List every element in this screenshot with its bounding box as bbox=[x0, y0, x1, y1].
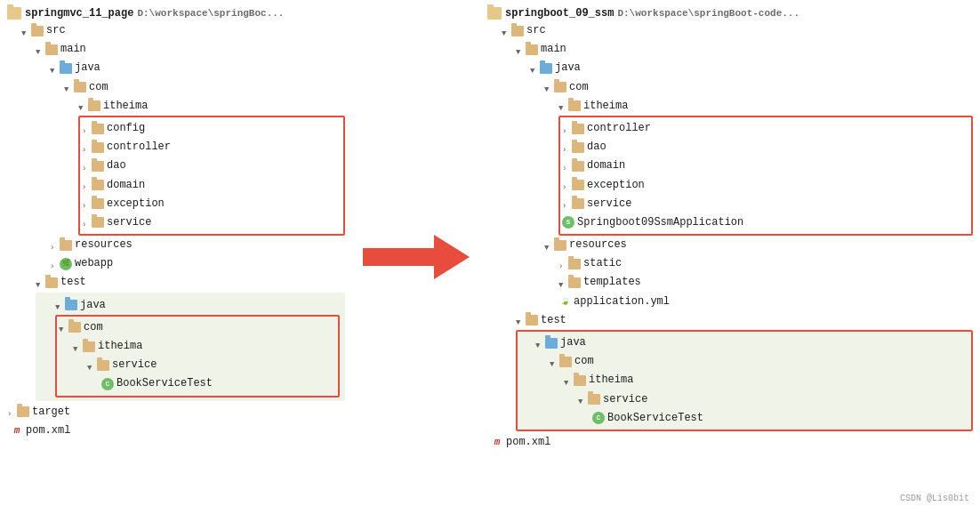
right-com-level: ▼ com ▼ itheima bbox=[530, 78, 973, 237]
resources-chevron: › bbox=[50, 242, 57, 249]
right-resources-item[interactable]: ▼ resources bbox=[544, 236, 973, 254]
right-book-service-test-label: BookServiceTest bbox=[607, 410, 703, 427]
exception-label: exception bbox=[107, 196, 165, 213]
left-service-item[interactable]: › service bbox=[82, 213, 341, 232]
config-label: config bbox=[107, 120, 145, 137]
left-pom-item[interactable]: m pom.xml bbox=[11, 422, 345, 440]
left-tree-src-level: ▼ src ▼ main ▼ java bbox=[7, 21, 345, 401]
com-label: com bbox=[89, 79, 108, 96]
right-src-folder-icon bbox=[511, 26, 524, 36]
left-test-itheima-item[interactable]: ▼ itheima bbox=[73, 337, 336, 356]
right-main-level: ▼ main ▼ java ▼ bbox=[502, 40, 973, 311]
right-static-chevron: › bbox=[558, 261, 566, 268]
left-com-item[interactable]: ▼ com bbox=[64, 78, 345, 97]
right-static-item[interactable]: › static bbox=[558, 254, 973, 273]
target-label: target bbox=[32, 404, 70, 421]
right-test-service-item[interactable]: ▼ service bbox=[578, 390, 968, 409]
right-pom-item[interactable]: m pom.xml bbox=[491, 433, 973, 452]
right-main-item[interactable]: ▼ main bbox=[516, 40, 973, 59]
right-java-item[interactable]: ▼ java bbox=[530, 59, 973, 77]
right-test-item[interactable]: ▼ test bbox=[516, 311, 973, 330]
left-itheima-level: ▼ itheima › config bbox=[64, 97, 345, 236]
right-test-itheima-item[interactable]: ▼ itheima bbox=[564, 371, 968, 390]
main-folder-icon bbox=[45, 44, 58, 55]
left-test-bookservice-level: C BookServiceTest bbox=[87, 374, 336, 393]
left-test-com-box: ▼ com ▼ itheima bbox=[55, 315, 340, 398]
left-main-item[interactable]: ▼ main bbox=[36, 40, 345, 59]
right-test-com-item[interactable]: ▼ com bbox=[550, 352, 968, 371]
config-chevron: › bbox=[82, 125, 89, 133]
right-resources-level: ▼ resources › static ▼ bbox=[530, 236, 973, 311]
springboot-app-icon: S bbox=[562, 216, 574, 229]
left-exception-item[interactable]: › exception bbox=[82, 195, 341, 213]
left-target-item[interactable]: › target bbox=[7, 403, 345, 422]
test-service-label: service bbox=[112, 357, 157, 373]
left-test-java-item[interactable]: ▼ java bbox=[55, 296, 340, 315]
left-project-name: springmvc_11_page bbox=[25, 7, 133, 20]
right-java-chevron: ▼ bbox=[530, 65, 537, 72]
right-domain-chevron: › bbox=[562, 163, 569, 170]
resources-folder-icon bbox=[60, 240, 72, 251]
book-service-test-icon: C bbox=[101, 378, 114, 390]
right-panel: springboot_09_ssm D:\workspace\springBoo… bbox=[487, 7, 973, 507]
left-java-item[interactable]: ▼ java bbox=[50, 59, 345, 77]
right-static-label: static bbox=[583, 255, 622, 272]
controller-folder-icon bbox=[92, 142, 104, 153]
right-src-label: src bbox=[526, 22, 546, 39]
right-domain-item[interactable]: › domain bbox=[562, 157, 969, 175]
main-container: springmvc_11_page D:\workspace\springBoc… bbox=[0, 0, 980, 514]
left-test-item[interactable]: ▼ test bbox=[36, 273, 345, 292]
left-test-com-item[interactable]: ▼ com bbox=[59, 318, 336, 337]
right-test-label: test bbox=[541, 312, 566, 329]
itheima-folder-icon bbox=[88, 100, 100, 111]
left-src-item[interactable]: ▼ src bbox=[21, 21, 345, 40]
right-application-yml-item[interactable]: 🍃 application.yml bbox=[558, 293, 973, 311]
right-controller-item[interactable]: › controller bbox=[562, 119, 969, 138]
right-itheima-item[interactable]: ▼ itheima bbox=[558, 97, 973, 116]
left-resources-item[interactable]: › resources bbox=[50, 236, 345, 254]
right-pom-maven-icon: m bbox=[491, 437, 503, 449]
com-folder-icon bbox=[74, 82, 86, 92]
right-resources-children: › static ▼ templates 🍃 ap bbox=[544, 254, 973, 311]
right-resources-chevron: ▼ bbox=[544, 242, 551, 249]
controller-chevron: › bbox=[82, 144, 89, 151]
right-test-com-level: ▼ com ▼ itheima bbox=[535, 352, 968, 428]
right-controller-folder-icon bbox=[572, 124, 584, 134]
right-main-chevron: ▼ bbox=[516, 46, 523, 53]
right-com-item[interactable]: ▼ com bbox=[544, 78, 973, 97]
right-templates-chevron: ▼ bbox=[558, 279, 566, 286]
left-project-path: D:\workspace\springBoc... bbox=[137, 8, 284, 19]
right-domain-folder-icon bbox=[572, 161, 584, 172]
left-webapp-item[interactable]: › 🌿 webapp bbox=[50, 254, 345, 273]
right-service-label: service bbox=[587, 196, 631, 213]
right-dao-folder-icon bbox=[572, 142, 584, 153]
right-exception-item[interactable]: › exception bbox=[562, 176, 969, 195]
right-src-chevron: ▼ bbox=[502, 28, 509, 35]
right-com-label: com bbox=[569, 79, 589, 96]
left-com-level: ▼ com ▼ itheima bbox=[50, 78, 345, 237]
right-springboot-app-item[interactable]: S Springboot09SsmApplication bbox=[562, 213, 969, 232]
left-config-item[interactable]: › config bbox=[82, 119, 341, 138]
right-dao-item[interactable]: › dao bbox=[562, 138, 969, 157]
right-test-java-item[interactable]: ▼ java bbox=[535, 333, 968, 352]
left-controller-item[interactable]: › controller bbox=[82, 138, 341, 157]
right-test-service-level: ▼ service C BookServiceTest bbox=[564, 390, 968, 428]
right-itheima-folder-icon bbox=[568, 100, 581, 111]
left-book-service-test-item[interactable]: C BookServiceTest bbox=[101, 374, 336, 393]
left-itheima-item[interactable]: ▼ itheima bbox=[78, 97, 345, 116]
right-com-folder-icon bbox=[554, 82, 566, 92]
left-domain-item[interactable]: › domain bbox=[82, 176, 341, 195]
resources-label: resources bbox=[75, 237, 133, 253]
right-service-item[interactable]: › service bbox=[562, 195, 969, 213]
left-dao-item[interactable]: › dao bbox=[82, 157, 341, 175]
right-book-service-test-item[interactable]: C BookServiceTest bbox=[592, 409, 968, 428]
right-templates-item[interactable]: ▼ templates bbox=[558, 273, 973, 292]
right-itheima-label: itheima bbox=[583, 98, 628, 115]
right-src-item[interactable]: ▼ src bbox=[502, 21, 973, 40]
dao-folder-icon bbox=[92, 161, 104, 172]
right-domain-label: domain bbox=[587, 157, 625, 174]
left-main-level: ▼ main ▼ java ▼ bbox=[21, 40, 345, 273]
left-test-service-item[interactable]: ▼ service bbox=[87, 356, 336, 374]
java-folder-icon bbox=[60, 63, 72, 74]
right-java-label: java bbox=[555, 60, 581, 76]
